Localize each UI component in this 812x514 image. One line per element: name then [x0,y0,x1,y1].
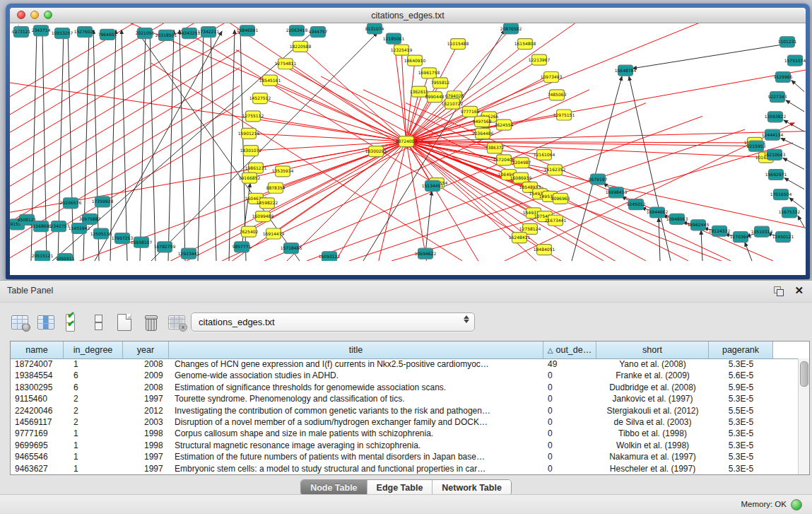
black-edge[interactable] [783,158,804,170]
graph-node[interactable]: 9227343 [768,92,787,103]
graph-node[interactable]: 8096963 [551,193,570,204]
tab-edge-table[interactable]: Edge Table [367,480,433,495]
graph-node[interactable]: 20364486 [472,128,494,139]
graph-node[interactable]: 12093822 [765,112,787,122]
graph-node[interactable]: 15718485 [281,243,302,254]
black-edge[interactable] [792,81,804,92]
table-cell[interactable]: 0 [543,393,596,404]
graph-node[interactable]: 18301072 [240,146,262,156]
graph-node[interactable]: 12213967 [529,54,551,65]
table-row[interactable]: 2242004622012Investigating the contribut… [11,405,799,416]
table-cell[interactable]: 0 [543,370,596,381]
graph-node[interactable]: 9857771 [233,242,252,252]
table-cell[interactable]: 5.3E-5 [709,358,773,370]
table-cell[interactable]: 0 [543,416,596,428]
table-cell[interactable]: Jankovic et al. (1997) [596,393,709,404]
table-cell[interactable]: Hescheler et al. (1997) [596,463,709,474]
graph-node[interactable]: 7386372 [486,143,505,153]
graph-node[interactable]: 10973493 [541,72,563,83]
graph-node[interactable]: 18300295 [365,146,387,157]
table-cell[interactable]: 1997 [123,463,169,474]
table-cell[interactable]: Yano et al. (2008) [596,358,709,370]
red-edge[interactable] [321,76,688,261]
table-cell[interactable]: Embryonic stem cells: a model to study s… [169,463,543,474]
table-selector-dropdown[interactable]: citations_edges.txt [191,313,475,332]
graph-node[interactable]: 19166852 [239,173,261,183]
table-cell[interactable]: Corpus callosum shape and size in male p… [169,428,543,439]
black-edge[interactable] [701,230,702,261]
red-edge[interactable] [363,90,731,261]
graph-node[interactable]: 17016504 [770,189,792,200]
red-edge[interactable] [270,81,406,141]
graph-node[interactable]: 12755112 [242,111,264,122]
table-cell[interactable]: 0 [543,428,596,439]
graph-node[interactable]: 16962445 [688,220,710,230]
graph-node[interactable]: 15248411 [509,233,531,243]
graph-node[interactable]: 21673441 [545,215,567,226]
table-cell[interactable]: 1 [64,463,123,474]
float-panel-icon[interactable] [774,286,784,296]
graph-node[interactable]: 10948063 [666,214,688,224]
table-cell[interactable]: 5.9E-5 [709,382,773,393]
table-row[interactable]: 1938455462009Genome-wide association stu… [11,370,799,381]
table-scrollbar[interactable] [798,358,809,474]
unselect-rows-button[interactable] [88,313,108,332]
graph-node[interactable]: 15692971 [765,169,787,180]
column-header-year[interactable]: year [123,341,169,358]
table-cell[interactable]: 6 [64,370,123,381]
graph-node[interactable]: 18124332 [709,226,731,236]
tab-network-table[interactable]: Network Table [433,480,511,495]
close-panel-icon[interactable]: ✕ [794,284,804,297]
table-cell[interactable]: Genome-wide association studies in ADHD. [169,370,543,381]
graph-node[interactable]: 8679197 [589,174,608,185]
tab-node-table[interactable]: Node Table [301,480,367,495]
graph-node[interactable]: 7625402 [240,226,259,237]
graph-node[interactable]: 22063418 [286,25,308,36]
graph-node[interactable]: 8215953 [747,141,766,151]
zoom-window-icon[interactable] [44,11,52,19]
graph-node[interactable]: 16093122 [319,252,341,261]
graph-node[interactable]: 9129966 [774,72,793,83]
table-cell[interactable]: 0 [543,463,596,474]
graph-node[interactable]: 10648784 [615,65,637,76]
black-edge[interactable] [93,30,99,261]
table-cell[interactable]: Nakamura et al. (1997) [596,451,709,462]
graph-node[interactable]: 12703646 [730,232,752,243]
table-cell[interactable]: 1 [64,428,123,439]
table-row[interactable]: 1830029562008Estimation of significance … [11,382,799,393]
table-cell[interactable]: Disruption of a novel member of a sodium… [169,416,543,428]
black-edge[interactable] [95,31,222,261]
table-cell[interactable]: 19384554 [11,370,64,381]
graph-node[interactable]: 12754811 [275,59,297,69]
table-cell[interactable]: 1 [64,358,123,370]
table-cell[interactable]: 5.6E-5 [709,370,773,381]
network-canvas[interactable]: 1872400718220588127548111854516114527512… [10,23,806,275]
graph-node[interactable]: 16914479 [263,228,285,239]
column-header-pagerank[interactable]: pagerank [709,341,773,358]
graph-node[interactable]: 18545161 [259,75,281,86]
table-cell[interactable]: 5.3E-5 [709,463,773,474]
table-cell[interactable]: 9699695 [11,440,64,451]
graph-node[interactable]: 12505135 [90,228,112,239]
graph-node[interactable]: 11015488 [447,39,469,49]
graph-node[interactable]: 20515121 [32,251,54,261]
resize-grip-icon[interactable] [10,23,20,33]
black-edge[interactable] [229,30,235,261]
table-cell[interactable]: 2008 [123,358,169,370]
minimize-window-icon[interactable] [30,11,39,19]
graph-node[interactable]: 12975151 [553,110,575,120]
graph-node[interactable]: 10553257 [52,28,73,39]
graph-node[interactable]: 7485063 [548,90,567,100]
graph-node[interactable]: 8131074 [365,23,384,34]
table-cell[interactable]: 6 [64,382,123,393]
red-edge[interactable] [401,50,406,142]
graph-node[interactable]: 16154808 [514,39,536,49]
table-cell[interactable]: 0 [543,405,596,416]
graph-node[interactable]: 10510314 [751,226,773,237]
table-cell[interactable]: 9115460 [11,393,64,404]
table-row[interactable]: 911546021997Tourette syndrome. Phenomeno… [11,393,799,404]
table-cell[interactable]: Franke et al. (2009) [596,370,709,381]
table-cell[interactable]: 2 [64,393,123,404]
table-cell[interactable]: 0 [543,382,596,393]
column-header-name[interactable]: name [11,341,64,358]
